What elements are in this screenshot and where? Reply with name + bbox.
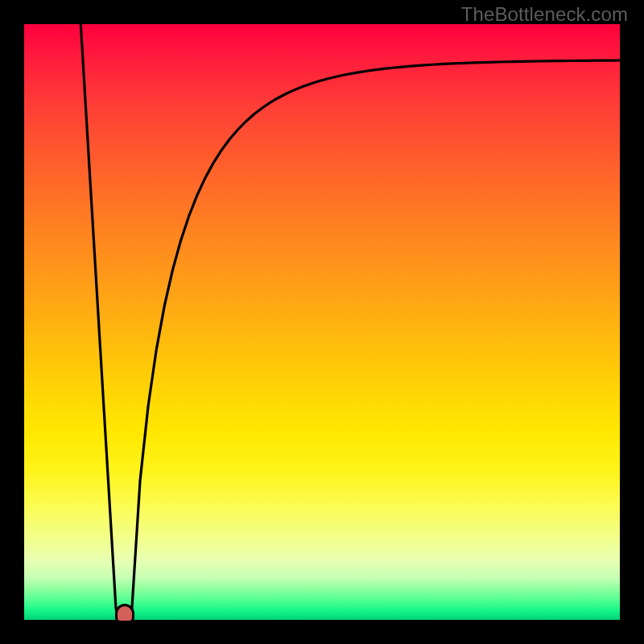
bottleneck-curve — [24, 24, 620, 620]
optimum-marker — [115, 604, 134, 623]
watermark-text: TheBottleneck.com — [461, 3, 628, 26]
chart-outer-frame: TheBottleneck.com — [0, 0, 644, 644]
curve-path — [80, 24, 620, 620]
plot-area — [24, 24, 620, 620]
